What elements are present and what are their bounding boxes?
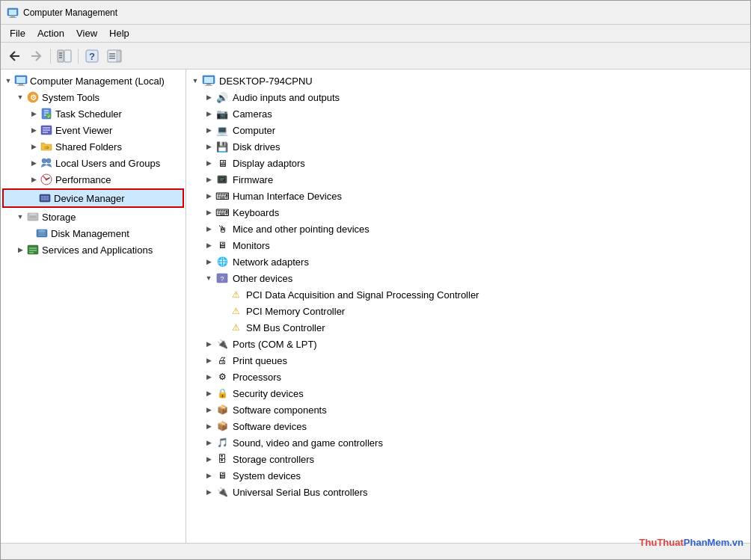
storage-ctrl-label: Storage controllers [233, 454, 314, 465]
right-root[interactable]: ▼ DESKTOP-794CPNU [186, 73, 750, 89]
processors-label: Processors [233, 372, 281, 383]
event-viewer-label: Event Viewer [55, 125, 112, 136]
monitors-icon [215, 238, 230, 253]
display-icon [215, 156, 230, 170]
right-mice[interactable]: ▶ Mice and other pointing devices [186, 221, 750, 237]
right-sound[interactable]: ▶ Sound, video and game controllers [186, 434, 750, 451]
svg-rect-14 [117, 51, 120, 61]
right-software-components[interactable]: ▶ Software components [186, 401, 750, 418]
toolbar-separator-1 [50, 49, 51, 64]
disk-drives-chevron: ▶ [203, 141, 215, 153]
storage-icon [26, 210, 40, 224]
forward-button[interactable] [26, 46, 47, 66]
performance-label: Performance [55, 174, 111, 185]
right-software-devices[interactable]: ▶ Software devices [186, 418, 750, 434]
right-storage-ctrl[interactable]: ▶ Storage controllers [186, 451, 750, 467]
tree-disk-management[interactable]: Disk Management [1, 225, 186, 241]
tree-event-viewer[interactable]: ▶ Event Viewer [1, 122, 186, 138]
svg-text:⇒: ⇒ [44, 144, 49, 151]
tree-root[interactable]: ▼ Computer Management (Local) [1, 73, 186, 89]
sound-label: Sound, video and game controllers [233, 437, 383, 449]
computer-label: Computer [233, 125, 275, 136]
right-system-devices[interactable]: ▶ System devices [186, 467, 750, 484]
right-print[interactable]: ▶ Print queues [186, 352, 750, 369]
window-title: Computer Management [23, 7, 117, 18]
right-monitors[interactable]: ▶ Monitors [186, 237, 750, 253]
menu-file[interactable]: File [4, 26, 31, 40]
tree-services-apps[interactable]: ▶ Services and Applications [1, 241, 186, 258]
tree-local-users[interactable]: ▶ Local Users and Groups [1, 155, 186, 171]
right-audio[interactable]: ▶ Audio inputs and outputs [186, 89, 750, 105]
right-keyboards[interactable]: ▶ Keyboards [186, 204, 750, 221]
back-button[interactable] [4, 46, 25, 66]
services-apps-icon [26, 243, 40, 256]
tree-device-manager[interactable]: Device Manager [2, 188, 184, 208]
network-label: Network adapters [233, 256, 309, 268]
ports-label: Ports (COM & LPT) [233, 339, 317, 350]
ports-chevron: ▶ [203, 338, 215, 350]
status-bar [1, 543, 750, 559]
sm-bus-icon [228, 320, 243, 335]
disk-management-icon [35, 227, 49, 240]
title-bar: Computer Management [1, 1, 750, 25]
processors-icon [215, 369, 230, 384]
main-window: Computer Management File Action View Hel… [0, 0, 751, 560]
toolbar: ? [1, 43, 750, 70]
firmware-icon [215, 172, 230, 187]
help-button[interactable]: ? [82, 46, 102, 66]
disk-drives-icon [215, 139, 230, 154]
svg-text:?: ? [89, 51, 95, 62]
right-usb[interactable]: ▶ Universal Serial Bus controllers [186, 484, 750, 500]
display-label: Display adaptors [233, 158, 305, 169]
right-display[interactable]: ▶ Display adaptors [186, 155, 750, 171]
right-processors[interactable]: ▶ Processors [186, 369, 750, 385]
tree-storage[interactable]: ▼ Storage [1, 209, 186, 225]
right-pci-memory[interactable]: PCI Memory Controller [186, 303, 750, 319]
right-disk-drives[interactable]: ▶ Disk drives [186, 138, 750, 155]
right-pci-data[interactable]: PCI Data Acquisition and Signal Processi… [186, 286, 750, 303]
right-panel: ▼ DESKTOP-794CPNU ▶ Audio inputs and out… [186, 70, 750, 543]
sw-components-chevron: ▶ [203, 404, 215, 416]
right-cameras[interactable]: ▶ Cameras [186, 105, 750, 122]
menu-action[interactable]: Action [31, 26, 70, 40]
ports-icon [215, 336, 230, 351]
svg-rect-7 [64, 50, 71, 62]
usb-label: Universal Serial Bus controllers [233, 487, 368, 498]
local-users-icon [40, 156, 53, 170]
svg-point-35 [42, 159, 46, 163]
shared-folders-icon: ⇒ [40, 140, 53, 153]
right-firmware[interactable]: ▶ Firmware [186, 171, 750, 188]
right-network[interactable]: ▶ Network adapters [186, 253, 750, 270]
svg-point-38 [46, 179, 48, 181]
right-computer[interactable]: ▶ Computer [186, 122, 750, 138]
tree-shared-folders[interactable]: ▶ ⇒ Shared Folders [1, 138, 186, 155]
shared-folders-label: Shared Folders [55, 141, 122, 153]
display-chevron: ▶ [203, 157, 215, 169]
right-other-devices[interactable]: ▼ ? Other devices [186, 270, 750, 286]
disk-management-chevron [28, 227, 35, 239]
left-panel: ▼ Computer Management (Local) ▼ [1, 70, 186, 543]
tree-system-tools[interactable]: ▼ ⚙ System Tools [1, 89, 186, 105]
svg-rect-57 [204, 77, 213, 83]
sound-chevron: ▶ [203, 437, 215, 449]
menu-view[interactable]: View [70, 26, 103, 40]
tree-performance[interactable]: ▶ Performance [1, 171, 186, 188]
pci-memory-icon [228, 304, 243, 319]
mice-label: Mice and other pointing devices [233, 224, 370, 235]
svg-rect-58 [206, 84, 211, 85]
performance-icon [40, 173, 53, 186]
right-root-icon [201, 73, 216, 88]
right-sm-bus[interactable]: SM Bus Controller [186, 319, 750, 336]
tree-task-scheduler[interactable]: ▶ ✓ Task Scheduler [1, 105, 186, 122]
right-security[interactable]: ▶ Security devices [186, 385, 750, 401]
watermark-thu: ThuThuat [640, 537, 684, 548]
svg-point-36 [46, 159, 51, 163]
cameras-label: Cameras [233, 108, 272, 120]
right-ports[interactable]: ▶ Ports (COM & LPT) [186, 336, 750, 352]
right-hid[interactable]: ▶ Human Interface Devices [186, 188, 750, 204]
action-pane-button[interactable] [104, 46, 125, 66]
menu-help[interactable]: Help [103, 26, 135, 40]
system-devices-label: System devices [233, 470, 301, 481]
show-tree-button[interactable] [54, 46, 75, 66]
services-apps-chevron: ▶ [14, 244, 26, 256]
